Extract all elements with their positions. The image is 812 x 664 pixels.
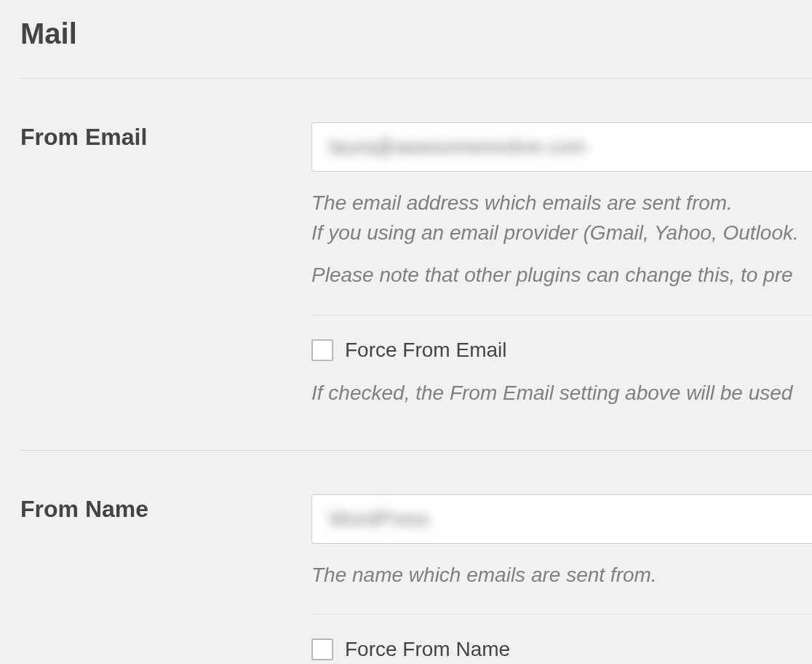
from-email-label: From Email [20, 122, 311, 408]
divider [311, 614, 812, 614]
force-from-name-checkbox[interactable] [311, 639, 333, 660]
section-title: Mail [20, 0, 812, 79]
force-from-email-desc: If checked, the From Email setting above… [311, 379, 812, 408]
force-from-email-checkbox[interactable] [311, 339, 333, 361]
from-email-desc-1: The email address which emails are sent … [311, 189, 812, 218]
from-name-input[interactable] [311, 494, 812, 544]
from-email-desc-2: If you using an email provider (Gmail, Y… [311, 219, 812, 248]
force-from-name-label[interactable]: Force From Name [345, 638, 510, 661]
from-name-row: From Name WordPress The name which email… [20, 451, 812, 662]
from-name-label: From Name [20, 494, 311, 662]
from-email-desc-3: Please note that other plugins can chang… [311, 261, 812, 290]
divider [311, 315, 812, 315]
from-email-row: From Email laura@awesomemotive.com The e… [20, 79, 812, 451]
force-from-email-label[interactable]: Force From Email [345, 339, 506, 362]
from-email-input[interactable] [311, 122, 812, 172]
from-name-desc: The name which emails are sent from. [311, 561, 812, 590]
